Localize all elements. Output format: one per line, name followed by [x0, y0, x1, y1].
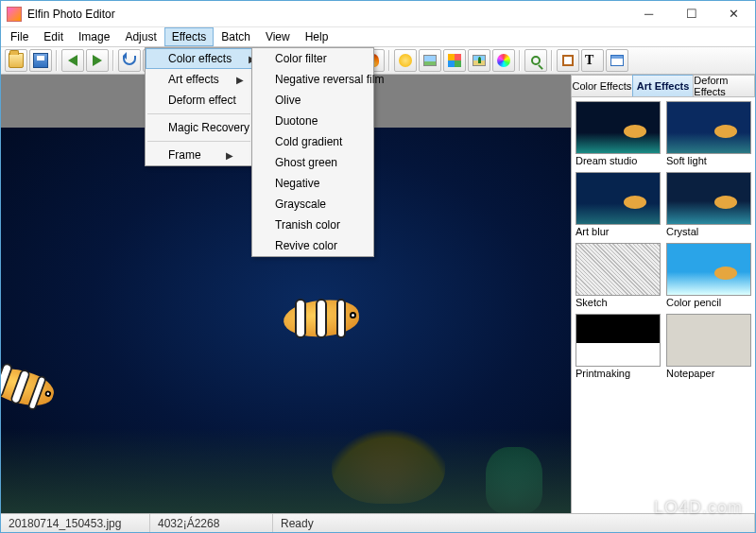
menuitem-frame[interactable]: Frame▶: [146, 145, 252, 165]
menuitem-magic-recovery[interactable]: Magic Recovery: [146, 117, 252, 138]
tool-open-button[interactable]: [5, 49, 27, 72]
tool-grid-button[interactable]: [443, 49, 466, 72]
arrow-r-icon: [93, 55, 102, 66]
effect-thumb-image: [576, 101, 661, 154]
clownfish-graphic-2: [1, 347, 77, 427]
effect-thumb-color-pencil[interactable]: Color pencil: [666, 243, 751, 312]
effect-thumb-notepaper[interactable]: Notepaper: [666, 314, 751, 383]
effect-thumb-image: [666, 172, 751, 225]
menu-file[interactable]: File: [3, 27, 36, 46]
menuitem-label: Art effects: [168, 73, 219, 86]
close-button[interactable]: ✕: [713, 1, 755, 27]
effect-thumb-dream-studio[interactable]: Dream studio: [576, 101, 661, 170]
maximize-button[interactable]: ☐: [670, 1, 713, 27]
menuitem-art-effects[interactable]: Art effects▶: [146, 69, 252, 90]
menu-edit[interactable]: Edit: [36, 27, 71, 46]
effects-tabs: Color EffectsArt EffectsDeform Effects: [572, 75, 755, 97]
undo-icon: [123, 56, 136, 65]
effect-thumb-image: [576, 314, 661, 367]
photo-icon: [423, 55, 437, 66]
window-title: Elfin Photo Editor: [27, 8, 627, 21]
palm-icon: [472, 55, 486, 66]
open-icon: [9, 53, 24, 68]
tool-zoom-button[interactable]: [524, 49, 547, 72]
submenu-arrow-icon: ▶: [226, 150, 233, 161]
effect-thumb-label: Soft light: [666, 154, 751, 170]
submenuitem-duotone[interactable]: Duotone: [252, 111, 373, 131]
effect-thumb-label: Dream studio: [576, 154, 661, 170]
status-state: Ready: [273, 514, 755, 532]
wheel-icon: [497, 54, 510, 67]
save-icon: [33, 53, 48, 68]
toolbar-separator: [388, 50, 390, 71]
menu-help[interactable]: Help: [298, 27, 336, 46]
tab-color-effects[interactable]: Color Effects: [571, 75, 633, 96]
effect-thumb-art-blur[interactable]: Art blur: [576, 172, 661, 241]
menuitem-label: Frame: [168, 148, 201, 162]
effect-thumb-image: [576, 243, 661, 296]
sun-icon: [399, 54, 412, 67]
tool-arrow-l-button[interactable]: [61, 49, 84, 72]
submenuitem-revive-color[interactable]: Revive color: [252, 235, 373, 256]
effect-thumb-image: [666, 243, 751, 296]
effect-thumb-image: [666, 101, 751, 154]
tool-photo-button[interactable]: [419, 49, 441, 72]
tab-deform-effects[interactable]: Deform Effects: [693, 75, 755, 96]
menu-separator: [147, 113, 250, 114]
submenuitem-negative[interactable]: Negative: [252, 173, 373, 194]
clownfish-graphic: [274, 289, 378, 346]
menubar: FileEditImageAdjustEffectsBatchViewHelp: [1, 27, 755, 46]
effect-thumb-label: Notepaper: [666, 367, 751, 383]
menuitem-deform-effect[interactable]: Deform effect▶: [146, 90, 252, 111]
effect-thumb-image: [666, 314, 751, 367]
submenuitem-ghost-green[interactable]: Ghost green: [252, 152, 373, 173]
effect-thumb-crystal[interactable]: Crystal: [666, 172, 751, 241]
submenuitem-olive[interactable]: Olive: [252, 90, 373, 111]
tool-wheel-button[interactable]: [492, 49, 515, 72]
minimize-button[interactable]: ─: [627, 1, 670, 27]
zoom-icon: [531, 56, 541, 65]
submenuitem-cold-gradient[interactable]: Cold gradient: [252, 131, 373, 152]
menuitem-color-effects[interactable]: Color effects▶: [146, 48, 252, 69]
color-effects-submenu: Color filterNegative reversal filmOliveD…: [251, 47, 374, 257]
tool-window-button[interactable]: [606, 49, 628, 72]
submenuitem-negative-reversal-film[interactable]: Negative reversal film: [252, 69, 373, 90]
submenuitem-tranish-color[interactable]: Tranish color: [252, 215, 373, 235]
submenuitem-grayscale[interactable]: Grayscale: [252, 194, 373, 215]
toolbar-separator: [519, 50, 521, 71]
effect-thumb-printmaking[interactable]: Printmaking: [576, 314, 661, 383]
effect-thumb-label: Color pencil: [666, 296, 751, 312]
tool-undo-button[interactable]: [118, 49, 141, 72]
grid-icon: [448, 54, 461, 67]
tool-frame-button[interactable]: [557, 49, 579, 72]
workspace: Color EffectsArt EffectsDeform Effects D…: [1, 75, 755, 513]
menu-batch[interactable]: Batch: [214, 27, 258, 46]
effect-thumb-label: Art blur: [576, 225, 661, 241]
effect-thumb-label: Sketch: [576, 296, 661, 312]
submenuitem-color-filter[interactable]: Color filter: [252, 48, 373, 69]
effect-thumb-label: Crystal: [666, 225, 751, 241]
tab-art-effects[interactable]: Art Effects: [632, 75, 695, 96]
frame-icon: [562, 55, 574, 66]
reef-gradient: [1, 428, 571, 513]
tool-palm-button[interactable]: [468, 49, 490, 72]
menu-image[interactable]: Image: [71, 27, 117, 46]
toolbar-separator: [56, 50, 58, 71]
tool-sun-button[interactable]: [394, 49, 417, 72]
effect-thumb-label: Printmaking: [576, 367, 661, 383]
tool-save-button[interactable]: [29, 49, 52, 72]
tool-text-button[interactable]: T: [581, 49, 604, 72]
statusbar: 20180714_150453.jpg 4032¡Á2268 Ready: [1, 513, 755, 532]
arrow-l-icon: [68, 55, 77, 66]
toolbar-separator: [551, 50, 553, 71]
menu-view[interactable]: View: [258, 27, 298, 46]
menu-adjust[interactable]: Adjust: [117, 27, 163, 46]
menu-effects[interactable]: Effects: [164, 27, 214, 46]
effects-thumbnails: Dream studioSoft lightArt blurCrystalSke…: [572, 97, 755, 513]
text-icon: T: [585, 53, 600, 68]
effects-menu-popup: Color effects▶Art effects▶Deform effect▶…: [145, 47, 253, 166]
effects-panel: Color EffectsArt EffectsDeform Effects D…: [571, 75, 755, 513]
tool-arrow-r-button[interactable]: [86, 49, 109, 72]
effect-thumb-sketch[interactable]: Sketch: [576, 243, 661, 312]
effect-thumb-soft-light[interactable]: Soft light: [666, 101, 751, 170]
